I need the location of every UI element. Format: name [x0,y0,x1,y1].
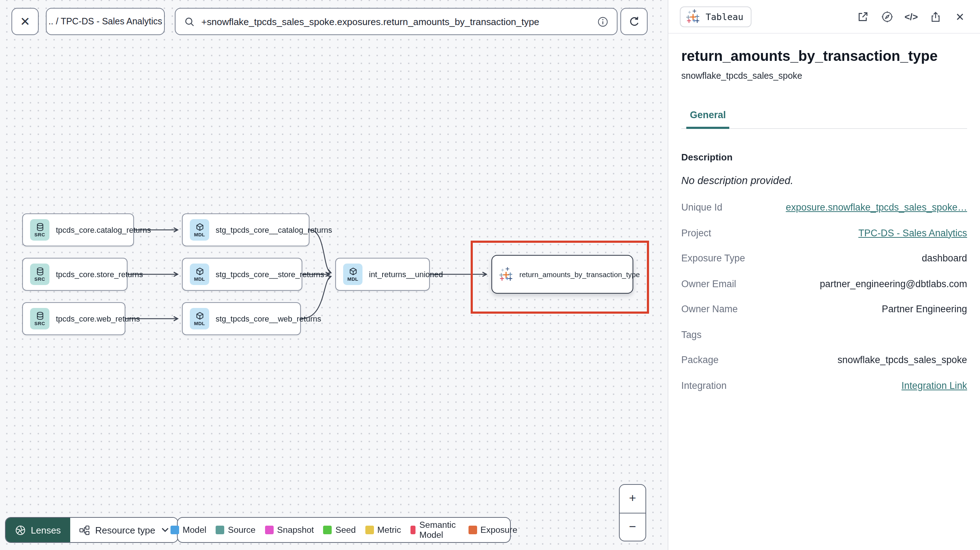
lineage-node-stg-web-returns[interactable]: MDL stg_tpcds_core__web_returns [182,302,301,335]
legend-swatch [410,526,416,534]
lineage-node-source-web-returns[interactable]: SRC tpcds_core.web_returns [22,302,126,335]
explore-lineage-button[interactable] [880,10,894,24]
cube-icon [195,312,204,320]
info-icon[interactable] [597,16,608,27]
close-panel-button[interactable]: ✕ [953,10,967,24]
resource-type-icon [79,525,89,535]
legend-item: Snapshot [265,525,314,535]
legend-item: Semantic Model [410,520,459,540]
lineage-canvas[interactable]: ✕ .. / TPC-DS - Sales Analytics +snowfla… [0,0,668,550]
cube-icon [195,223,204,231]
open-external-button[interactable] [855,10,870,24]
owner-name-value: Partner Engineering [882,304,967,315]
legend-item: Source [216,525,255,535]
search-value: +snowflake_tpcds_sales_spoke.exposures.r… [201,16,591,27]
integration-link[interactable]: Integration Link [902,380,967,391]
project-link[interactable]: TPC-DS - Sales Analytics [858,227,967,238]
dbt-explorer-lineage-view: ✕ .. / TPC-DS - Sales Analytics +snowfla… [0,0,980,550]
cube-icon [348,267,357,276]
lineage-search-input[interactable]: +snowflake_tpcds_sales_spoke.exposures.r… [175,8,617,35]
tableau-icon: ++++++++ [686,10,700,24]
model-type-badge: MDL [343,264,363,285]
database-icon [35,267,44,276]
lenses-button[interactable]: Lenses [6,518,70,542]
lineage-node-source-store-returns[interactable]: SRC tpcds_core.store_returns [22,258,127,291]
field-row-package: Package snowflake_tpcds_sales_spoke [681,354,967,367]
legend-swatch [323,526,332,534]
breadcrumb[interactable]: .. / TPC-DS - Sales Analytics [46,8,165,35]
cube-icon [195,267,204,276]
legend-swatch [170,526,179,534]
legend-item: Metric [365,525,401,535]
lineage-node-exposure-selected[interactable]: ++++++++ return_amounts_by_transaction_t… [492,255,633,294]
unique-id-link[interactable]: exposure.snowflake_tpcds_sales_spoke… [786,202,967,213]
legend-swatch [365,526,374,534]
lenses-control-group: Lenses Resource type [5,517,178,543]
lineage-node-int-returns-unioned[interactable]: MDL int_returns__unioned [335,258,430,291]
panel-tabbar: General [681,108,967,129]
field-row-tags: Tags [681,329,967,342]
package-value: snowflake_tpcds_sales_spoke [837,354,967,365]
resource-type-dropdown[interactable]: Resource type [70,518,178,542]
source-type-badge: SRC [30,219,49,241]
source-type-badge: SRC [30,264,49,285]
zoom-controls: + − [619,484,646,541]
details-panel: ++++++++ Tableau </> [668,0,980,550]
search-icon [184,16,195,27]
model-type-badge: MDL [190,264,209,285]
tableau-source-badge: ++++++++ Tableau [680,6,751,27]
lens-aperture-icon [15,525,26,535]
database-icon [35,312,44,320]
legend-swatch [468,526,477,534]
legend-swatch [216,526,224,534]
source-type-badge: SRC [30,308,49,329]
tab-general[interactable]: General [686,110,730,129]
lineage-node-stg-catalog-returns[interactable]: MDL stg_tpcds_core__catalog_returns [182,213,309,246]
compass-icon [881,11,893,23]
field-row-owner-name: Owner Name Partner Engineering [681,304,967,316]
close-lineage-button[interactable]: ✕ [11,8,39,35]
description-empty-text: No description provided. [681,175,967,186]
chevron-down-icon [161,527,169,533]
lineage-node-stg-store-returns[interactable]: MDL stg_tpcds_core__store_returns [182,258,302,291]
field-row-integration: Integration Integration Link [681,380,967,393]
close-icon: ✕ [20,14,30,29]
database-icon [35,223,44,231]
description-heading: Description [681,152,967,162]
details-panel-header: ++++++++ Tableau </> [668,0,980,33]
detail-fields: Unique Id exposure.snowflake_tpcds_sales… [681,202,967,393]
lineage-node-source-catalog-returns[interactable]: SRC tpcds_core.catalog_returns [22,213,134,246]
legend-item: Seed [323,525,356,535]
resource-type-legend: Model Source Snapshot Seed Metric Semant… [177,517,511,543]
legend-item: Exposure [468,525,517,535]
exposure-package-subtitle: snowflake_tpcds_sales_spoke [681,71,967,81]
field-row-exposure-type: Exposure Type dashboard [681,253,967,266]
legend-swatch [265,526,273,534]
share-icon [930,11,941,22]
tableau-icon: ++++++++ [499,267,513,281]
field-row-owner-email: Owner Email partner_engineering@dbtlabs.… [681,278,967,291]
field-row-project: Project TPC-DS - Sales Analytics [681,227,967,240]
close-icon: ✕ [955,10,964,23]
legend-item: Model [170,525,206,535]
exposure-type-value: dashboard [922,253,967,264]
model-type-badge: MDL [190,219,209,241]
share-button[interactable] [928,10,943,24]
refresh-lineage-button[interactable] [620,8,648,35]
model-type-badge: MDL [190,308,209,329]
exposure-title: return_amounts_by_transaction_type [681,48,967,64]
external-link-icon [856,11,869,23]
zoom-in-button[interactable]: + [620,485,646,513]
refresh-icon [628,15,640,27]
field-row-unique-id: Unique Id exposure.snowflake_tpcds_sales… [681,202,967,215]
zoom-out-button[interactable]: − [620,513,646,541]
owner-email-value: partner_engineering@dbtlabs.com [820,278,967,289]
code-icon: </> [904,11,918,22]
view-code-button[interactable]: </> [904,10,918,24]
